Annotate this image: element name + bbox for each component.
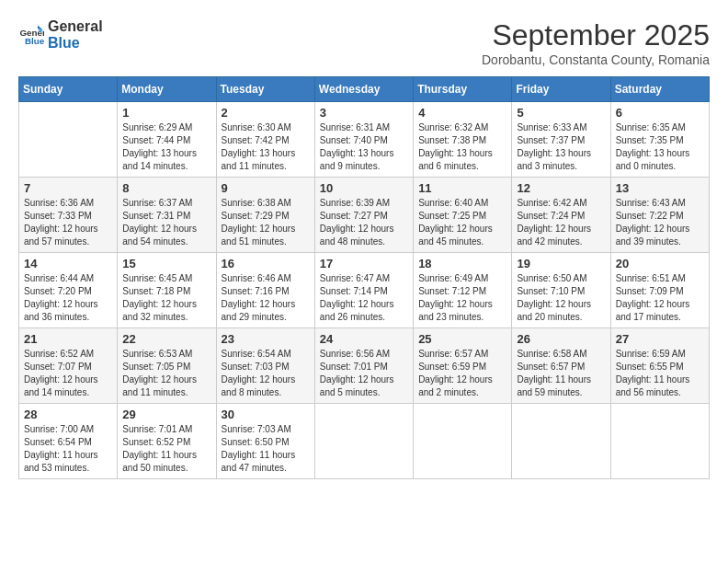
calendar-week-1: 1Sunrise: 6:29 AM Sunset: 7:44 PM Daylig… xyxy=(19,102,710,178)
calendar-cell: 30Sunrise: 7:03 AM Sunset: 6:50 PM Dayli… xyxy=(216,404,314,479)
calendar-cell xyxy=(610,404,709,479)
calendar-week-5: 28Sunrise: 7:00 AM Sunset: 6:54 PM Dayli… xyxy=(19,404,710,479)
svg-text:Blue: Blue xyxy=(25,36,44,46)
day-info: Sunrise: 6:52 AM Sunset: 7:07 PM Dayligh… xyxy=(24,348,112,399)
day-number: 7 xyxy=(24,181,112,195)
header-saturday: Saturday xyxy=(610,77,709,102)
calendar-cell: 5Sunrise: 6:33 AM Sunset: 7:37 PM Daylig… xyxy=(512,102,610,178)
day-number: 23 xyxy=(222,332,310,346)
day-number: 24 xyxy=(320,332,408,346)
day-number: 1 xyxy=(122,106,210,120)
day-number: 10 xyxy=(320,181,408,195)
day-number: 20 xyxy=(616,257,704,270)
day-info: Sunrise: 6:33 AM Sunset: 7:37 PM Dayligh… xyxy=(517,121,605,173)
title-block: September 2025 Dorobantu, Constanta Coun… xyxy=(482,18,710,67)
day-info: Sunrise: 6:51 AM Sunset: 7:09 PM Dayligh… xyxy=(616,272,704,324)
day-info: Sunrise: 6:45 AM Sunset: 7:18 PM Dayligh… xyxy=(122,272,210,324)
header-monday: Monday xyxy=(118,77,216,102)
calendar-cell: 2Sunrise: 6:30 AM Sunset: 7:42 PM Daylig… xyxy=(216,102,314,178)
calendar-cell: 1Sunrise: 6:29 AM Sunset: 7:44 PM Daylig… xyxy=(118,102,216,178)
day-info: Sunrise: 6:50 AM Sunset: 7:10 PM Dayligh… xyxy=(517,272,605,324)
calendar-cell: 26Sunrise: 6:58 AM Sunset: 6:57 PM Dayli… xyxy=(512,328,610,404)
day-number: 6 xyxy=(616,106,704,120)
day-info: Sunrise: 6:56 AM Sunset: 7:01 PM Dayligh… xyxy=(320,348,408,399)
calendar-cell xyxy=(19,102,118,178)
day-info: Sunrise: 6:49 AM Sunset: 7:12 PM Dayligh… xyxy=(418,272,506,324)
day-info: Sunrise: 6:44 AM Sunset: 7:20 PM Dayligh… xyxy=(24,272,112,324)
day-number: 13 xyxy=(616,181,704,195)
day-number: 28 xyxy=(24,408,112,421)
day-number: 11 xyxy=(418,181,506,195)
calendar-cell: 10Sunrise: 6:39 AM Sunset: 7:27 PM Dayli… xyxy=(314,178,413,253)
calendar-header-row: SundayMondayTuesdayWednesdayThursdayFrid… xyxy=(19,77,710,102)
location-subtitle: Dorobantu, Constanta County, Romania xyxy=(482,52,710,67)
calendar-week-4: 21Sunrise: 6:52 AM Sunset: 7:07 PM Dayli… xyxy=(19,328,710,404)
calendar-cell: 17Sunrise: 6:47 AM Sunset: 7:14 PM Dayli… xyxy=(314,253,413,328)
calendar-cell: 27Sunrise: 6:59 AM Sunset: 6:55 PM Dayli… xyxy=(610,328,709,404)
calendar-cell: 9Sunrise: 6:38 AM Sunset: 7:29 PM Daylig… xyxy=(216,178,314,253)
day-number: 3 xyxy=(320,106,408,120)
day-number: 26 xyxy=(517,332,605,346)
calendar-cell: 20Sunrise: 6:51 AM Sunset: 7:09 PM Dayli… xyxy=(610,253,709,328)
day-info: Sunrise: 6:37 AM Sunset: 7:31 PM Dayligh… xyxy=(122,197,210,248)
day-info: Sunrise: 6:57 AM Sunset: 6:59 PM Dayligh… xyxy=(418,348,506,399)
day-number: 12 xyxy=(517,181,605,195)
calendar-cell: 23Sunrise: 6:54 AM Sunset: 7:03 PM Dayli… xyxy=(216,328,314,404)
calendar-cell: 15Sunrise: 6:45 AM Sunset: 7:18 PM Dayli… xyxy=(118,253,216,328)
header-sunday: Sunday xyxy=(19,77,118,102)
calendar-cell: 19Sunrise: 6:50 AM Sunset: 7:10 PM Dayli… xyxy=(512,253,610,328)
day-info: Sunrise: 6:29 AM Sunset: 7:44 PM Dayligh… xyxy=(122,121,210,173)
day-number: 22 xyxy=(122,332,210,346)
day-info: Sunrise: 7:03 AM Sunset: 6:50 PM Dayligh… xyxy=(222,423,310,475)
calendar-cell: 29Sunrise: 7:01 AM Sunset: 6:52 PM Dayli… xyxy=(118,404,216,479)
logo-icon: General Blue xyxy=(18,22,44,48)
calendar-cell: 4Sunrise: 6:32 AM Sunset: 7:38 PM Daylig… xyxy=(414,102,512,178)
day-info: Sunrise: 7:01 AM Sunset: 6:52 PM Dayligh… xyxy=(122,423,210,475)
day-info: Sunrise: 6:32 AM Sunset: 7:38 PM Dayligh… xyxy=(418,121,506,173)
month-title: September 2025 xyxy=(482,18,710,52)
day-number: 17 xyxy=(320,257,408,270)
day-info: Sunrise: 6:36 AM Sunset: 7:33 PM Dayligh… xyxy=(24,197,112,248)
header-friday: Friday xyxy=(512,77,610,102)
day-number: 9 xyxy=(222,181,310,195)
day-number: 25 xyxy=(418,332,506,346)
day-number: 29 xyxy=(122,408,210,421)
header-tuesday: Tuesday xyxy=(216,77,314,102)
day-info: Sunrise: 6:40 AM Sunset: 7:25 PM Dayligh… xyxy=(418,197,506,248)
calendar-cell: 8Sunrise: 6:37 AM Sunset: 7:31 PM Daylig… xyxy=(118,178,216,253)
day-info: Sunrise: 6:47 AM Sunset: 7:14 PM Dayligh… xyxy=(320,272,408,324)
day-info: Sunrise: 6:54 AM Sunset: 7:03 PM Dayligh… xyxy=(222,348,310,399)
calendar-cell xyxy=(414,404,512,479)
day-info: Sunrise: 6:30 AM Sunset: 7:42 PM Dayligh… xyxy=(222,121,310,173)
day-info: Sunrise: 6:53 AM Sunset: 7:05 PM Dayligh… xyxy=(122,348,210,399)
calendar-cell: 7Sunrise: 6:36 AM Sunset: 7:33 PM Daylig… xyxy=(19,178,118,253)
calendar-cell: 11Sunrise: 6:40 AM Sunset: 7:25 PM Dayli… xyxy=(414,178,512,253)
calendar-cell: 14Sunrise: 6:44 AM Sunset: 7:20 PM Dayli… xyxy=(19,253,118,328)
calendar-cell: 6Sunrise: 6:35 AM Sunset: 7:35 PM Daylig… xyxy=(610,102,709,178)
calendar-week-2: 7Sunrise: 6:36 AM Sunset: 7:33 PM Daylig… xyxy=(19,178,710,253)
page-header: General Blue General Blue September 2025… xyxy=(18,18,710,67)
logo: General Blue General Blue xyxy=(18,18,103,52)
day-info: Sunrise: 6:38 AM Sunset: 7:29 PM Dayligh… xyxy=(222,197,310,248)
day-info: Sunrise: 6:35 AM Sunset: 7:35 PM Dayligh… xyxy=(616,121,704,173)
day-info: Sunrise: 6:59 AM Sunset: 6:55 PM Dayligh… xyxy=(616,348,704,399)
logo-general: General xyxy=(48,18,103,35)
day-number: 8 xyxy=(122,181,210,195)
calendar-cell: 21Sunrise: 6:52 AM Sunset: 7:07 PM Dayli… xyxy=(19,328,118,404)
calendar-cell: 22Sunrise: 6:53 AM Sunset: 7:05 PM Dayli… xyxy=(118,328,216,404)
calendar-cell: 12Sunrise: 6:42 AM Sunset: 7:24 PM Dayli… xyxy=(512,178,610,253)
day-info: Sunrise: 7:00 AM Sunset: 6:54 PM Dayligh… xyxy=(24,423,112,475)
header-wednesday: Wednesday xyxy=(314,77,413,102)
calendar-cell: 16Sunrise: 6:46 AM Sunset: 7:16 PM Dayli… xyxy=(216,253,314,328)
calendar-week-3: 14Sunrise: 6:44 AM Sunset: 7:20 PM Dayli… xyxy=(19,253,710,328)
calendar-cell: 24Sunrise: 6:56 AM Sunset: 7:01 PM Dayli… xyxy=(314,328,413,404)
day-info: Sunrise: 6:42 AM Sunset: 7:24 PM Dayligh… xyxy=(517,197,605,248)
day-number: 30 xyxy=(222,408,310,421)
calendar-cell xyxy=(314,404,413,479)
day-number: 19 xyxy=(517,257,605,270)
day-number: 5 xyxy=(517,106,605,120)
day-info: Sunrise: 6:58 AM Sunset: 6:57 PM Dayligh… xyxy=(517,348,605,399)
calendar-cell: 18Sunrise: 6:49 AM Sunset: 7:12 PM Dayli… xyxy=(414,253,512,328)
day-number: 16 xyxy=(222,257,310,270)
header-thursday: Thursday xyxy=(414,77,512,102)
